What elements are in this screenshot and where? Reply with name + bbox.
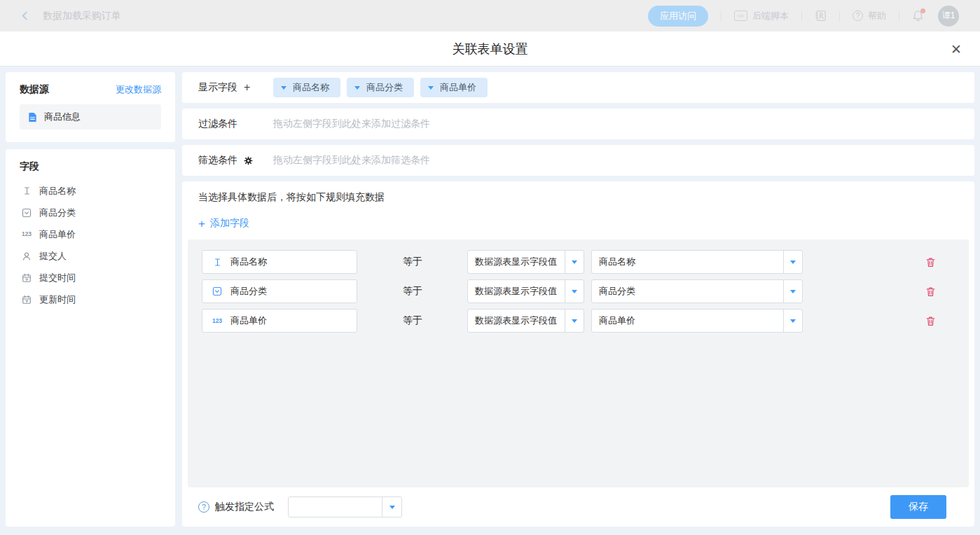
- help-button[interactable]: ? 帮助: [853, 10, 886, 22]
- backend-script-button[interactable]: </> 后端脚本: [734, 10, 789, 22]
- select-icon: [211, 286, 223, 296]
- rule-operator: 等于: [403, 256, 467, 268]
- back-icon[interactable]: [20, 11, 30, 21]
- chevron-down-icon: [783, 280, 802, 303]
- divider: [839, 11, 840, 21]
- field-item-submitter[interactable]: 提交人: [20, 245, 161, 267]
- rule-value: 商品单价: [592, 310, 783, 332]
- code-icon: </>: [734, 11, 747, 21]
- save-button[interactable]: 保存: [890, 495, 946, 519]
- rule-value-select[interactable]: 商品名称: [591, 250, 803, 274]
- page-title: 数据加载采购订单: [43, 10, 121, 22]
- rule-source-select[interactable]: 数据源表显示字段值: [467, 279, 584, 303]
- close-icon[interactable]: ✕: [951, 42, 962, 55]
- rule-operator: 等于: [403, 314, 467, 327]
- rule-source-value: 数据源表显示字段值: [468, 280, 565, 303]
- divider: [801, 11, 802, 21]
- add-display-field-button[interactable]: +: [244, 82, 250, 93]
- chevron-down-icon: [565, 280, 584, 303]
- delete-rule-button[interactable]: [925, 316, 936, 326]
- formula-select[interactable]: [288, 496, 402, 517]
- rule-value: 商品名称: [592, 251, 783, 273]
- field-item-label: 提交时间: [39, 272, 76, 284]
- app-access-button[interactable]: 应用访问: [648, 6, 708, 27]
- datasource-item[interactable]: 商品信息: [20, 104, 161, 130]
- rule-source-value: 数据源表显示字段值: [468, 251, 565, 273]
- datasource-title: 数据源: [20, 83, 49, 96]
- divider: [899, 11, 899, 21]
- chevron-down-icon: [428, 86, 434, 90]
- avatar[interactable]: 谭1: [938, 6, 959, 27]
- chevron-down-icon: [565, 310, 584, 332]
- display-fields-label: 显示字段: [198, 81, 237, 94]
- delete-rule-button[interactable]: [925, 257, 936, 268]
- tag-label: 商品单价: [440, 81, 476, 94]
- help-icon: ?: [853, 11, 863, 21]
- text-icon: [20, 186, 33, 195]
- rule-source-select[interactable]: 数据源表显示字段值: [467, 250, 584, 274]
- rule-source-value: 数据源表显示字段值: [468, 310, 565, 332]
- trash-icon: [925, 286, 936, 297]
- rule-operator: 等于: [403, 285, 467, 298]
- rules-container: 商品名称 等于 数据源表显示字段值 商品名称: [188, 239, 969, 487]
- contacts-button[interactable]: [815, 10, 827, 22]
- rule-field-box[interactable]: 123 商品单价: [202, 309, 357, 333]
- filter-condition-label: 过滤条件: [198, 118, 237, 130]
- add-field-button[interactable]: + 添加字段: [198, 217, 249, 230]
- topbar: 数据加载采购订单 应用访问 </> 后端脚本 ? 帮助 谭1: [0, 0, 980, 32]
- rules-footer: ? 触发指定公式 保存: [188, 487, 969, 527]
- text-icon: [211, 258, 223, 267]
- rule-value: 商品分类: [592, 280, 783, 303]
- app-root: 数据加载采购订单 应用访问 </> 后端脚本 ? 帮助 谭1: [0, 0, 980, 535]
- form-icon: [27, 112, 38, 123]
- screen-condition-label: 筛选条件: [198, 154, 237, 167]
- filter-condition-row[interactable]: 过滤条件 拖动左侧字段到此处来添加过滤条件: [182, 109, 974, 139]
- chevron-down-icon: [382, 497, 401, 517]
- left-sidebar: 数据源 更改数据源 商品信息 字段 商品名称 商品分类: [6, 72, 175, 527]
- select-icon: [20, 208, 33, 218]
- rule-field-box[interactable]: 商品名称: [202, 250, 357, 274]
- display-field-tag[interactable]: 商品单价: [420, 78, 488, 97]
- number-icon: 123: [20, 231, 33, 237]
- delete-rule-button[interactable]: [925, 286, 936, 297]
- backend-script-label: 后端脚本: [752, 10, 789, 22]
- main-panel: 显示字段 + 商品名称 商品分类 商品单价: [182, 72, 974, 527]
- number-icon: 123: [211, 318, 223, 324]
- rule-row: 123 商品单价 等于 数据源表显示字段值 商品单价: [202, 309, 955, 333]
- field-item-product-name[interactable]: 商品名称: [20, 180, 161, 202]
- rule-value-select[interactable]: 商品单价: [591, 309, 803, 333]
- field-item-label: 商品单价: [39, 228, 76, 241]
- datasource-panel: 数据源 更改数据源 商品信息: [6, 72, 175, 142]
- formula-label: 触发指定公式: [215, 501, 274, 513]
- modal-header: 关联表单设置 ✕: [0, 32, 980, 67]
- rule-value-select[interactable]: 商品分类: [591, 279, 803, 303]
- chevron-down-icon: [565, 251, 584, 273]
- chevron-down-icon: [783, 251, 802, 273]
- fill-rules-panel: 当选择具体数据后，将按如下规则填充数据 + 添加字段 商品名称 等于 数据源表显…: [182, 181, 974, 527]
- field-item-product-category[interactable]: 商品分类: [20, 202, 161, 223]
- screen-condition-placeholder: 拖动左侧字段到此处来添加筛选条件: [273, 154, 430, 167]
- rule-field-box[interactable]: 商品分类: [202, 279, 357, 303]
- filter-condition-placeholder: 拖动左侧字段到此处来添加过滤条件: [273, 118, 430, 130]
- rule-field-label: 商品单价: [230, 314, 267, 327]
- display-field-tag[interactable]: 商品分类: [347, 78, 414, 97]
- change-datasource-link[interactable]: 更改数据源: [116, 83, 161, 96]
- display-field-tag[interactable]: 商品名称: [273, 78, 340, 97]
- calendar-icon: [20, 273, 33, 283]
- field-item-label: 商品分类: [39, 207, 76, 219]
- gear-icon[interactable]: [244, 156, 253, 165]
- screen-condition-row[interactable]: 筛选条件 拖动左侧字段到此处来添加筛选条件: [182, 145, 974, 176]
- rule-source-select[interactable]: 数据源表显示字段值: [467, 309, 584, 333]
- tag-label: 商品名称: [293, 81, 329, 94]
- datasource-item-label: 商品信息: [44, 111, 81, 123]
- notification-bell-icon[interactable]: [912, 10, 924, 22]
- rule-row: 商品分类 等于 数据源表显示字段值 商品分类: [202, 279, 955, 303]
- formula-value: [289, 497, 382, 517]
- field-item-product-price[interactable]: 123 商品单价: [20, 223, 161, 245]
- fill-rules-hint: 当选择具体数据后，将按如下规则填充数据: [198, 191, 969, 204]
- formula-help-icon[interactable]: ?: [198, 501, 209, 513]
- field-item-update-time[interactable]: 更新时间: [20, 289, 161, 310]
- help-label: 帮助: [868, 10, 886, 22]
- field-item-submit-time[interactable]: 提交时间: [20, 267, 161, 289]
- trash-icon: [925, 316, 936, 326]
